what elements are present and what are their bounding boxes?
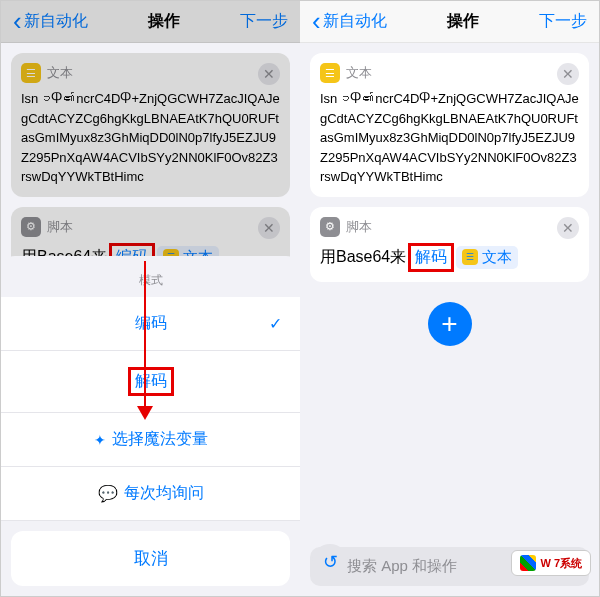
header: 新自动化 操作 下一步 [300,1,599,43]
next-button[interactable]: 下一步 [539,11,587,32]
sheet-option-encode[interactable]: 编码 ✓ [1,297,300,351]
sheet-option-magic-var[interactable]: ✦ 选择魔法变量 [1,413,300,467]
page-title: 操作 [148,11,180,32]
decode-highlight: 解码 [408,243,454,272]
add-action-button[interactable]: + [428,302,472,346]
text-card: ☰ 文本 ✕ IsnၥႴ၏ncrC4DႴ+ZnjQGCWH7ZacJIQAJeg… [310,53,589,197]
annotation-arrow [144,261,146,411]
text-icon: ☰ [21,63,41,83]
logo-flag-icon [520,555,536,571]
text-content: IsnၥႴ၏ncrC4DႴ+ZnjQGCWH7ZacJIQAJegCdtACYZ… [320,89,579,187]
text-card-label: 文本 [346,64,372,82]
back-button[interactable]: 新自动化 [13,11,88,32]
script-card-label: 脚本 [346,218,372,236]
close-icon[interactable]: ✕ [557,63,579,85]
text-icon-small: ☰ [462,249,478,265]
script-icon: ⚙ [320,217,340,237]
comment-icon: 💬 [98,484,118,503]
check-icon: ✓ [269,314,282,333]
text-icon: ☰ [320,63,340,83]
text-content: IsnၥႴ၏ncrC4DႴ+ZnjQGCWH7ZacJIQAJegCdtACYZ… [21,89,280,187]
script-expression: 用Base64来 解码 ☰ 文本 [320,243,579,272]
cancel-button[interactable]: 取消 [11,531,290,586]
sheet-option-ask-each[interactable]: 💬 每次均询问 [1,467,300,521]
undo-button[interactable]: ↺ [312,544,348,580]
close-icon[interactable]: ✕ [258,217,280,239]
script-icon: ⚙ [21,217,41,237]
header: 新自动化 操作 下一步 [1,1,300,43]
script-card: ⚙ 脚本 ✕ 用Base64来 解码 ☰ 文本 [310,207,589,282]
search-placeholder: 搜索 App 和操作 [347,557,457,576]
page-title: 操作 [447,11,479,32]
sheet-option-decode[interactable]: 解码 [1,351,300,413]
sparkle-icon: ✦ [94,432,106,448]
back-button[interactable]: 新自动化 [312,11,387,32]
text-card-label: 文本 [47,64,73,82]
decode-token[interactable]: 解码 [415,248,447,265]
text-card: ☰ 文本 ✕ IsnၥႴ၏ncrC4DႴ+ZnjQGCWH7ZacJIQAJeg… [11,53,290,197]
close-icon[interactable]: ✕ [258,63,280,85]
sheet-mode-label: 模式 [1,264,300,297]
decode-highlight: 解码 [128,367,174,396]
annotation-arrowhead [137,406,153,420]
action-sheet: 模式 编码 ✓ 解码 ✦ 选择魔法变量 💬 每次均询问 取消 [1,256,300,596]
script-card-label: 脚本 [47,218,73,236]
watermark-logo: W 7系统 [511,550,591,576]
next-button[interactable]: 下一步 [240,11,288,32]
close-icon[interactable]: ✕ [557,217,579,239]
script-prefix: 用Base64来 [320,247,406,268]
text-variable-pill[interactable]: ☰ 文本 [456,246,518,269]
